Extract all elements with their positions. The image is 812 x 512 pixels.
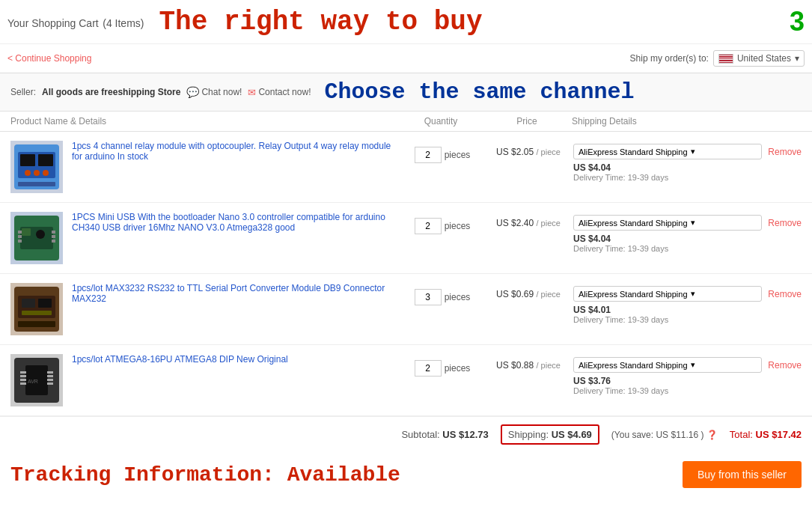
qty-unit-2: pieces bbox=[445, 292, 471, 302]
shipping-chevron-icon-2: ▾ bbox=[691, 289, 695, 299]
product-image-2 bbox=[10, 283, 63, 335]
item-quantity-1: pieces bbox=[401, 212, 483, 234]
shipping-total-label: Shipping: bbox=[508, 429, 549, 440]
svg-rect-29 bbox=[20, 383, 26, 385]
chat-icon: 💬 bbox=[186, 86, 199, 98]
product-details-1[interactable]: 1PCS Mini USB With the bootloader Nano 3… bbox=[72, 212, 401, 233]
cart-footer: Subtotal: US $12.73 Shipping: US $4.69 (… bbox=[0, 416, 812, 452]
subtotal-label: Subtotal: bbox=[401, 429, 439, 440]
quantity-input-0[interactable] bbox=[415, 147, 442, 163]
shipping-cost-1: US $4.04 bbox=[573, 234, 762, 244]
total-value: US $17.42 bbox=[756, 429, 802, 440]
svg-rect-26 bbox=[20, 371, 26, 374]
svg-rect-31 bbox=[47, 375, 53, 377]
svg-rect-16 bbox=[52, 235, 55, 238]
svg-rect-15 bbox=[52, 231, 55, 234]
svg-rect-13 bbox=[18, 235, 22, 238]
remove-button-3[interactable]: Remove bbox=[768, 354, 802, 371]
svg-rect-17 bbox=[52, 240, 55, 243]
item-price-3: US $0.88 / piece bbox=[483, 354, 573, 371]
table-row: AVR 1pcs/lot ATMEGA8-16PU ATMEGA8 DIP Ne… bbox=[0, 345, 812, 416]
product-details-2[interactable]: 1pcs/lot MAX3232 RS232 to TTL Serial Por… bbox=[72, 283, 401, 304]
savings: (You save: US $11.16 ) ❓ bbox=[611, 430, 718, 440]
page-header: Your Shopping Cart (4 Items) The right w… bbox=[0, 0, 812, 44]
continue-shopping-link[interactable]: Continue Shopping bbox=[7, 53, 91, 64]
item-price-0: US $2.05 / piece bbox=[483, 141, 573, 157]
cart-title: Your Shopping Cart (4 Items) bbox=[7, 13, 144, 31]
remove-button-1[interactable]: Remove bbox=[768, 212, 802, 228]
svg-rect-32 bbox=[47, 379, 53, 381]
seller-prefix: Seller: bbox=[10, 87, 36, 97]
shipping-select-0[interactable]: AliExpress Standard Shipping ▾ bbox=[573, 144, 762, 159]
svg-rect-22 bbox=[22, 311, 52, 315]
cart-item-count: (4 Items) bbox=[103, 17, 144, 29]
quantity-input-2[interactable] bbox=[415, 289, 442, 305]
qty-unit-3: pieces bbox=[445, 363, 471, 374]
remove-button-0[interactable]: Remove bbox=[768, 141, 802, 157]
delivery-time-1: Delivery Time: 19-39 days bbox=[573, 244, 762, 253]
item-quantity-2: pieces bbox=[401, 283, 483, 305]
item-shipping-3: AliExpress Standard Shipping ▾ US $3.76 … bbox=[573, 354, 762, 395]
savings-close: ) bbox=[701, 430, 704, 440]
country-selector[interactable]: United States ▾ bbox=[713, 50, 805, 67]
svg-rect-21 bbox=[38, 299, 52, 308]
contact-button[interactable]: ✉ Contact now! bbox=[248, 87, 311, 98]
quantity-input-3[interactable] bbox=[415, 360, 442, 377]
product-details-3[interactable]: 1pcs/lot ATMEGA8-16PU ATMEGA8 DIP New Or… bbox=[72, 354, 401, 365]
bottom-banner: Tracking Information: Available Buy from… bbox=[0, 452, 812, 497]
svg-rect-27 bbox=[20, 375, 26, 377]
shipping-chevron-icon-1: ▾ bbox=[691, 218, 695, 228]
chevron-down-icon: ▾ bbox=[795, 53, 799, 64]
col-header-price: Price bbox=[482, 116, 572, 127]
chat-button[interactable]: 💬 Chat now! bbox=[186, 86, 242, 98]
header-badge: 3 bbox=[790, 6, 805, 37]
column-headers: Product Name & Details Quantity Price Sh… bbox=[0, 112, 812, 132]
svg-point-5 bbox=[34, 170, 40, 176]
shipping-select-2[interactable]: AliExpress Standard Shipping ▾ bbox=[573, 286, 762, 302]
shipping-chevron-icon-0: ▾ bbox=[691, 147, 695, 156]
item-shipping-2: AliExpress Standard Shipping ▾ US $4.01 … bbox=[573, 283, 762, 324]
tracking-text: Tracking Information: Available bbox=[10, 463, 683, 487]
shipping-cost-2: US $4.01 bbox=[573, 305, 762, 315]
item-quantity-0: pieces bbox=[401, 141, 483, 163]
item-shipping-1: AliExpress Standard Shipping ▾ US $4.04 … bbox=[573, 212, 762, 253]
subtotal-value: US $12.73 bbox=[442, 429, 488, 440]
total: Total: US $17.42 bbox=[730, 429, 802, 440]
item-price-2: US $0.69 / piece bbox=[483, 283, 573, 299]
shipping-cost-3: US $3.76 bbox=[573, 376, 762, 386]
shipping-total-value: US $4.69 bbox=[552, 429, 592, 440]
help-icon[interactable]: ❓ bbox=[706, 430, 718, 440]
quantity-input-1[interactable] bbox=[415, 218, 442, 234]
savings-value: US $11.16 bbox=[656, 430, 698, 440]
buy-from-seller-button[interactable]: Buy from this seller bbox=[683, 461, 802, 488]
product-image-0 bbox=[10, 141, 63, 193]
table-row: 1pcs 4 channel relay module with optocou… bbox=[0, 132, 812, 203]
delivery-time-3: Delivery Time: 19-39 days bbox=[573, 386, 762, 395]
item-price-1: US $2.40 / piece bbox=[483, 212, 573, 228]
subtotal: Subtotal: US $12.73 bbox=[401, 429, 488, 440]
col-header-shipping: Shipping Details bbox=[572, 116, 802, 127]
col-header-product: Product Name & Details bbox=[10, 116, 400, 127]
shipping-method-1: AliExpress Standard Shipping bbox=[579, 219, 688, 228]
shipping-chevron-icon-3: ▾ bbox=[691, 360, 695, 370]
shipping-select-1[interactable]: AliExpress Standard Shipping ▾ bbox=[573, 215, 762, 231]
svg-rect-20 bbox=[22, 299, 35, 308]
shipping-select-3[interactable]: AliExpress Standard Shipping ▾ bbox=[573, 357, 762, 373]
svg-rect-12 bbox=[18, 231, 22, 234]
shipping-total: Shipping: US $4.69 bbox=[501, 424, 599, 445]
table-row: 1PCS Mini USB With the bootloader Nano 3… bbox=[0, 203, 812, 274]
svg-rect-23 bbox=[18, 321, 55, 327]
svg-point-6 bbox=[43, 170, 49, 176]
seller-name[interactable]: All goods are freeshipping Store bbox=[42, 87, 180, 97]
remove-button-2[interactable]: Remove bbox=[768, 283, 802, 299]
svg-rect-30 bbox=[47, 371, 53, 374]
ship-section: Ship my order(s) to: United States ▾ bbox=[630, 50, 805, 67]
contact-label: Contact now! bbox=[258, 87, 311, 97]
qty-unit-1: pieces bbox=[445, 221, 471, 231]
svg-rect-7 bbox=[18, 182, 55, 186]
us-flag-icon bbox=[718, 54, 733, 64]
table-row: 1pcs/lot MAX3232 RS232 to TTL Serial Por… bbox=[0, 274, 812, 345]
item-shipping-0: AliExpress Standard Shipping ▾ US $4.04 … bbox=[573, 141, 762, 182]
item-quantity-3: pieces bbox=[401, 354, 483, 377]
product-details-0[interactable]: 1pcs 4 channel relay module with optocou… bbox=[72, 141, 401, 162]
